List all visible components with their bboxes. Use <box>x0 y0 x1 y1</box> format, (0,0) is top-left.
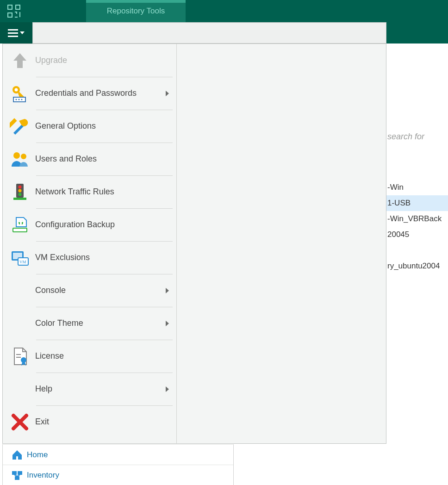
nav-home-label: Home <box>27 450 48 460</box>
list-item[interactable]: -Win_VBRBack <box>386 211 448 227</box>
svg-rect-1 <box>16 5 20 9</box>
menu-item-color-theme[interactable]: Color Theme <box>3 307 176 340</box>
license-icon <box>5 346 35 367</box>
menu-item-label: Console <box>35 286 166 295</box>
svg-rect-9 <box>10 118 17 128</box>
menu-item-general-options[interactable]: General Options <box>3 110 176 143</box>
list-item[interactable]: 1-USB <box>386 195 448 211</box>
submenu-arrow-icon <box>166 321 169 326</box>
content-right-peek: search for -Win 1-USB -Win_VBRBack 20045… <box>386 120 448 274</box>
nav-inventory[interactable]: Inventory <box>3 465 233 485</box>
traffic-light-icon <box>5 182 35 202</box>
main-menu-panel: Upgrade Credentials and Passwords <box>2 44 386 444</box>
svg-line-30 <box>14 475 17 476</box>
menu-item-license[interactable]: License <box>3 340 176 373</box>
nav-inventory-label: Inventory <box>27 471 59 480</box>
vm-icon: VM <box>5 248 35 268</box>
svg-point-10 <box>13 152 20 159</box>
svg-point-14 <box>19 189 22 192</box>
menu-item-credentials[interactable]: Credentials and Passwords <box>3 77 176 110</box>
menu-item-label: General Options <box>35 121 172 131</box>
qr-app-icon <box>0 0 28 22</box>
svg-point-6 <box>16 99 17 100</box>
svg-rect-27 <box>12 471 17 475</box>
svg-rect-29 <box>15 476 19 480</box>
menu-item-label: License <box>35 351 172 361</box>
inventory-icon <box>7 469 27 481</box>
list-item[interactable]: -Win <box>386 180 448 195</box>
menu-item-users-roles[interactable]: Users and Roles <box>3 143 176 175</box>
svg-point-7 <box>19 99 20 100</box>
svg-rect-16 <box>13 198 26 200</box>
menu-item-upgrade[interactable]: Upgrade <box>3 44 176 77</box>
menu-item-label: Users and Roles <box>35 154 172 164</box>
menu-item-label: Credentials and Passwords <box>35 88 166 98</box>
home-icon <box>7 449 27 461</box>
svg-point-26 <box>21 357 26 363</box>
menu-item-config-backup[interactable]: Configuration Backup <box>3 208 176 241</box>
svg-point-15 <box>19 193 22 196</box>
caret-down-icon <box>20 31 25 34</box>
menu-item-console[interactable]: Console <box>3 274 176 307</box>
main-menu-list: Upgrade Credentials and Passwords <box>3 44 176 443</box>
main-menu-submenu-area <box>176 44 386 443</box>
submenu-arrow-icon <box>166 288 169 293</box>
menu-item-network-traffic[interactable]: Network Traffic Rules <box>3 175 176 208</box>
svg-rect-18 <box>13 229 26 231</box>
users-icon <box>5 149 35 169</box>
ribbon-content-area <box>32 22 386 44</box>
hamburger-icon <box>8 29 18 37</box>
title-bar: Repository Tools <box>0 0 448 22</box>
menu-item-label: Configuration Backup <box>35 220 172 230</box>
menu-item-label: Exit <box>35 417 172 427</box>
menu-item-label: Network Traffic Rules <box>35 187 172 197</box>
tools-icon <box>5 116 35 137</box>
submenu-arrow-icon <box>166 386 169 392</box>
submenu-arrow-icon <box>166 91 169 96</box>
svg-point-11 <box>21 154 26 159</box>
svg-rect-28 <box>18 471 22 475</box>
list-item[interactable]: ry_ubuntu2004 <box>386 258 448 274</box>
close-icon <box>5 413 35 431</box>
svg-rect-2 <box>8 13 12 17</box>
svg-point-8 <box>21 99 23 100</box>
bottom-nav: Home Inventory <box>2 444 234 485</box>
search-placeholder: search for <box>387 132 424 142</box>
search-input[interactable]: search for <box>386 120 448 153</box>
list-item[interactable]: 20045 <box>386 227 448 242</box>
svg-line-31 <box>17 475 20 476</box>
menu-item-vm-exclusions[interactable]: VM VM Exclusions <box>3 241 176 274</box>
ribbon-tab-label: Repository Tools <box>86 0 186 22</box>
ribbon-strip <box>0 22 448 44</box>
config-backup-icon <box>5 215 35 235</box>
svg-text:VM: VM <box>19 260 26 264</box>
menu-item-help[interactable]: Help <box>3 373 176 405</box>
menu-item-label: Color Theme <box>35 318 166 328</box>
menu-item-exit[interactable]: Exit <box>3 405 176 438</box>
menu-item-label: Upgrade <box>35 56 172 65</box>
main-menu-button[interactable] <box>0 22 32 44</box>
menu-item-label: VM Exclusions <box>35 253 172 262</box>
ribbon-tab-repository-tools[interactable]: Repository Tools <box>86 0 186 22</box>
svg-rect-0 <box>8 5 12 9</box>
key-icon <box>5 83 35 104</box>
svg-point-13 <box>19 185 22 188</box>
svg-point-4 <box>15 88 18 91</box>
upgrade-icon <box>5 50 35 71</box>
menu-item-label: Help <box>35 384 166 394</box>
nav-home[interactable]: Home <box>3 444 233 465</box>
